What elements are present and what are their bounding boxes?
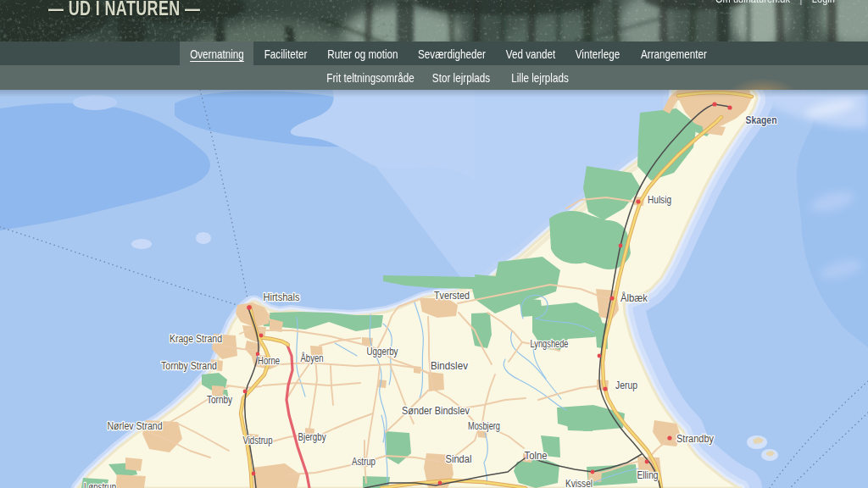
svg-text:Ålbæk: Ålbæk (620, 291, 648, 304)
svg-text:Tversted: Tversted (434, 290, 470, 302)
svg-text:Strandby: Strandby (676, 433, 714, 445)
svg-text:Bindslev: Bindslev (431, 360, 468, 372)
svg-text:Sønder Bindslev: Sønder Bindslev (402, 405, 470, 417)
svg-text:Lønstrup: Lønstrup (84, 481, 116, 488)
svg-text:Vidstrup: Vidstrup (243, 435, 273, 446)
svg-text:Tornby Strand: Tornby Strand (161, 360, 217, 372)
svg-text:Kvissel: Kvissel (565, 478, 593, 488)
svg-text:Horne: Horne (258, 355, 280, 367)
svg-text:Jerup: Jerup (615, 380, 637, 391)
svg-text:Mosbjerg: Mosbjerg (468, 420, 500, 432)
svg-text:Elling: Elling (637, 469, 659, 481)
svg-text:Sindal: Sindal (446, 453, 472, 465)
svg-text:Krage Strand: Krage Strand (170, 333, 222, 345)
svg-text:Åbyen: Åbyen (301, 352, 324, 364)
svg-text:Hirtshals: Hirtshals (264, 291, 300, 303)
svg-text:Bjergby: Bjergby (298, 431, 326, 443)
svg-text:Astrup: Astrup (352, 456, 376, 468)
svg-text:Hulsig: Hulsig (648, 194, 671, 206)
svg-text:Nørlev Strand: Nørlev Strand (108, 420, 163, 432)
svg-text:Tornby: Tornby (207, 394, 232, 406)
svg-text:Tolne: Tolne (525, 450, 548, 462)
svg-text:Lyngshede: Lyngshede (531, 338, 569, 350)
svg-text:Uggerby: Uggerby (367, 346, 398, 358)
svg-text:Skagen: Skagen (746, 114, 777, 126)
